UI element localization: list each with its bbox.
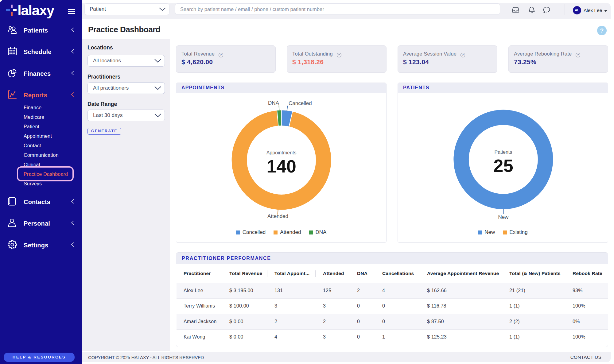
svg-text:New: New <box>498 214 509 220</box>
svg-text:Attended: Attended <box>267 213 288 219</box>
svg-text:Appointments: Appointments <box>266 150 297 155</box>
svg-text:Cancelled: Cancelled <box>289 100 312 106</box>
svg-text:DNA: DNA <box>268 100 279 106</box>
svg-text:Patients: Patients <box>494 149 512 155</box>
svg-text:140: 140 <box>266 156 296 176</box>
svg-text:25: 25 <box>493 156 513 176</box>
